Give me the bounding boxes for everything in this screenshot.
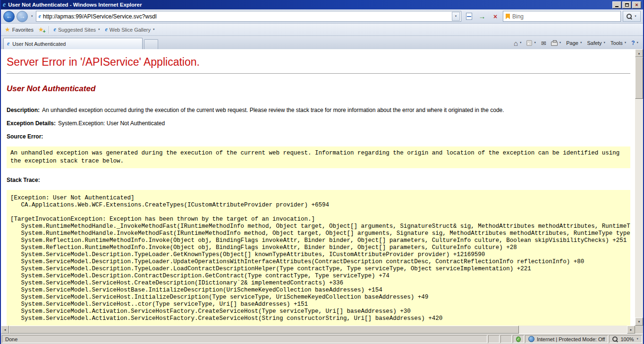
- home-icon: ⌂: [514, 40, 518, 47]
- horizontal-scrollbar[interactable]: ◄ ►: [1, 326, 635, 334]
- safety-menu-label: Safety: [587, 40, 602, 46]
- chevron-down-icon: ▼: [603, 42, 606, 44]
- error-subtitle: User Not Authenticated: [7, 84, 630, 94]
- compatibility-view-icon: [466, 13, 472, 20]
- ie-page-icon: e: [105, 26, 107, 33]
- compatibility-view-button[interactable]: [463, 11, 475, 22]
- new-tab-button[interactable]: [144, 39, 158, 49]
- bing-icon: [506, 14, 510, 19]
- vertical-scroll-track[interactable]: [635, 57, 643, 318]
- printer-icon: [551, 42, 558, 46]
- feeds-button[interactable]: ▼: [526, 40, 536, 46]
- scroll-right-button[interactable]: ►: [627, 326, 635, 334]
- tab-title: User Not Authenticated: [12, 41, 66, 47]
- arrow-right-icon: ►: [630, 328, 633, 331]
- tab-bar: e User Not Authenticated ⌂ ▼ ▼ ✉ ▼ Page …: [1, 36, 643, 49]
- back-button[interactable]: ←: [3, 11, 15, 22]
- chevron-down-icon: ▼: [98, 28, 100, 31]
- tab-favicon: e: [7, 40, 9, 47]
- status-bar: Done ✓ Internet | Protected Mode: Off 10…: [1, 334, 643, 344]
- ie-logo-icon: e: [3, 1, 6, 8]
- address-dropdown-button[interactable]: ▼: [452, 12, 460, 21]
- chevron-down-icon: ▼: [519, 42, 522, 44]
- tools-menu-button[interactable]: Tools ▼: [610, 40, 627, 46]
- exception-details-label: Exception Details:: [7, 120, 56, 127]
- stack-trace-box: [Exception: User Not Authenticated] CA.A…: [7, 190, 630, 326]
- horizontal-scrollbar-row: ◄ ►: [1, 326, 643, 334]
- stop-button[interactable]: ×: [490, 11, 501, 22]
- help-button[interactable]: ? ▼: [631, 40, 639, 46]
- window-controls: ×: [612, 1, 641, 9]
- chevron-down-icon: ▼: [31, 15, 33, 18]
- command-bar: ⌂ ▼ ▼ ✉ ▼ Page ▼ Safety ▼: [514, 38, 641, 49]
- chevron-down-icon: ▼: [455, 15, 457, 18]
- recent-pages-dropdown[interactable]: ▼: [30, 9, 34, 23]
- go-button[interactable]: →: [476, 11, 488, 22]
- plus-icon: +: [43, 29, 46, 34]
- stack-trace-line: Stack Trace:: [7, 177, 630, 183]
- zoom-icon: [612, 336, 618, 342]
- tab-user-not-authenticated[interactable]: e User Not Authenticated: [3, 38, 143, 49]
- status-text: Done: [5, 336, 17, 342]
- search-button[interactable]: ▼: [623, 11, 641, 22]
- favorites-button[interactable]: ★ Favorites: [5, 26, 34, 33]
- web-slice-gallery-label: Web Slice Gallery: [110, 27, 151, 33]
- chevron-down-icon: ▼: [559, 42, 561, 44]
- vertical-scrollbar[interactable]: ▲ ▼: [635, 49, 643, 326]
- divider: [7, 73, 630, 74]
- favorites-label: Favorites: [12, 27, 34, 33]
- tools-menu-label: Tools: [610, 40, 623, 46]
- scroll-down-button[interactable]: ▼: [635, 318, 643, 326]
- status-panel-empty-2: [500, 335, 512, 343]
- back-icon: ←: [6, 13, 12, 20]
- search-input[interactable]: [512, 13, 618, 20]
- smartscreen-icon: ✓: [516, 336, 521, 342]
- stop-icon: ×: [493, 13, 497, 20]
- source-error-line: Source Error:: [7, 133, 630, 140]
- page-title: Server Error in '/APIService' Applicatio…: [7, 56, 630, 69]
- maximize-icon: [625, 3, 629, 7]
- exception-details-line: Exception Details:System.Exception: User…: [7, 120, 630, 127]
- chevron-down-icon: ▼: [636, 338, 639, 341]
- toolbar-separator: [49, 26, 49, 34]
- search-icon: [627, 14, 632, 19]
- forward-button[interactable]: →: [17, 11, 28, 22]
- web-slice-gallery-button[interactable]: e Web Slice Gallery ▼: [105, 26, 155, 33]
- star-icon: ★: [5, 26, 10, 33]
- zoom-control[interactable]: 100% ▼: [609, 335, 642, 343]
- page-menu-button[interactable]: Page ▼: [566, 40, 582, 46]
- browser-window: e User Not Authenticated - Windows Inter…: [0, 0, 644, 344]
- description-label: Description:: [7, 107, 40, 113]
- page-menu-label: Page: [566, 40, 578, 46]
- home-button[interactable]: ⌂ ▼: [514, 40, 522, 47]
- chevron-down-icon: ▼: [153, 28, 155, 31]
- go-icon: →: [479, 13, 486, 20]
- safety-menu-button[interactable]: Safety ▼: [587, 40, 606, 46]
- scroll-up-button[interactable]: ▲: [635, 49, 643, 57]
- horizontal-scroll-thumb[interactable]: [9, 326, 519, 334]
- source-error-label: Source Error:: [7, 133, 43, 140]
- close-icon: ×: [635, 2, 638, 8]
- add-favorite-button[interactable]: ★ +: [38, 26, 44, 33]
- arrow-down-icon: ▼: [638, 320, 641, 323]
- address-input[interactable]: [43, 13, 450, 20]
- description-line: Description:An unhandled exception occur…: [7, 107, 630, 113]
- vertical-scroll-thumb[interactable]: [635, 57, 643, 99]
- help-icon: ?: [631, 40, 635, 46]
- read-mail-button[interactable]: ✉: [541, 40, 546, 46]
- close-button[interactable]: ×: [632, 1, 641, 9]
- maximize-button[interactable]: [622, 1, 631, 9]
- minimize-button[interactable]: [612, 1, 621, 9]
- stack-trace-label: Stack Trace:: [7, 177, 40, 183]
- print-button[interactable]: ▼: [551, 40, 561, 46]
- exception-details-text: System.Exception: User Not Authenticated: [58, 120, 165, 127]
- scroll-left-button[interactable]: ◄: [1, 326, 9, 334]
- search-box: [503, 11, 621, 22]
- chevron-down-icon: ▼: [636, 42, 639, 44]
- arrow-up-icon: ▲: [638, 52, 641, 55]
- ie-page-icon: e: [54, 26, 56, 33]
- mail-icon: ✉: [541, 40, 546, 46]
- page-icon: e: [38, 13, 41, 20]
- suggested-sites-button[interactable]: e Suggested Sites ▼: [54, 26, 101, 33]
- chevron-down-icon: ▼: [534, 42, 536, 44]
